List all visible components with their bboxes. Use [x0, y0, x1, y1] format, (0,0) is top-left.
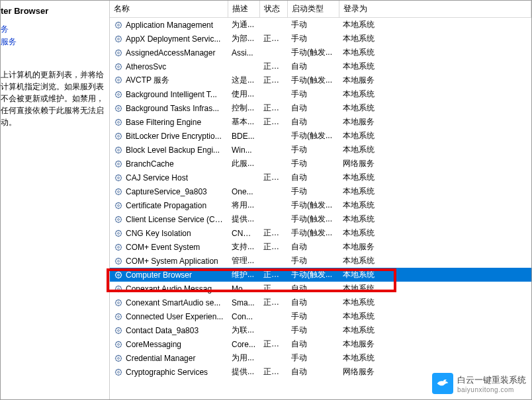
restart-service-link[interactable]: 服务 [1, 36, 104, 48]
cell-name-text: Block Level Backup Engi... [126, 145, 220, 155]
cell-name-text: Certificate Propagation [126, 201, 206, 210]
table-row[interactable]: AppX Deployment Servic...为部...正在...手动本地系… [110, 32, 531, 46]
services-list-pane: 名称 描述 状态 启动类型 登录为 Application Management… [110, 1, 531, 399]
svg-point-5 [118, 52, 120, 54]
table-row[interactable]: AtherosSvc正在...自动本地系统 [110, 60, 531, 73]
table-row[interactable]: Certificate Propagation将用...手动(触发...本地系统 [110, 198, 531, 212]
cell-logon: 本地系统 [339, 18, 531, 32]
details-pane: ter Browser 务 服务 上计算机的更新列表，并将给计算机指定浏览。如果… [1, 1, 110, 399]
table-row[interactable]: AVCTP 服务这是...正在...手动(触发...本地服务 [110, 73, 531, 87]
svg-point-11 [118, 93, 120, 95]
svg-point-27 [118, 204, 120, 206]
col-header-status[interactable]: 状态 [259, 1, 287, 18]
table-header-row: 名称 描述 状态 启动类型 登录为 [110, 1, 531, 18]
service-gear-icon [114, 20, 123, 30]
cell-name: AppX Deployment Servic... [110, 32, 228, 46]
table-row[interactable]: Background Tasks Infras...控制...正在...自动本地… [110, 101, 531, 115]
cell-name-text: Credential Manager [126, 354, 195, 363]
table-row[interactable]: CoreMessagingCore...正在...自动本地服务 [110, 337, 531, 351]
table-row[interactable]: Base Filtering Engine基本...正在...自动本地服务 [110, 115, 531, 129]
col-header-logon[interactable]: 登录为 [339, 1, 531, 18]
cell-logon: 本地系统 [339, 60, 531, 73]
cell-desc: Sma... [228, 296, 259, 309]
cell-start: 手动(触发... [287, 73, 339, 87]
cell-name: BitLocker Drive Encryptio... [110, 129, 228, 143]
cell-name: Client License Service (Cli... [110, 212, 228, 226]
table-row[interactable]: CaptureService_9a803One...手动本地系统 [110, 184, 531, 198]
cell-name: Credential Manager [110, 351, 228, 365]
cell-name-text: Conexant SmartAudio se... [126, 298, 220, 307]
cell-name: AVCTP 服务 [110, 73, 228, 87]
svg-point-1 [118, 24, 120, 26]
cell-status: 正在... [259, 240, 287, 254]
cell-name-text: COM+ System Application [126, 257, 218, 266]
cell-name-text: BitLocker Drive Encryptio... [126, 132, 222, 141]
table-row[interactable]: Computer Browser维护...正在...手动(触发...本地系统 [110, 268, 531, 282]
cell-logon: 本地服务 [339, 115, 531, 129]
cell-logon: 本地系统 [339, 171, 531, 184]
table-row[interactable]: BranchCache此服...手动网络服务 [110, 157, 531, 171]
service-gear-icon [114, 90, 123, 99]
table-row[interactable]: Connected User Experien...Con...手动本地系统 [110, 309, 531, 323]
cell-start: 自动 [287, 60, 339, 73]
table-row[interactable]: COM+ System Application管理...手动本地系统 [110, 254, 531, 268]
table-row[interactable]: Application Management为通...手动本地系统 [110, 18, 531, 32]
cell-name-text: Background Intelligent T... [126, 90, 217, 99]
svg-point-45 [118, 329, 120, 331]
cell-logon: 本地系统 [339, 323, 531, 337]
cell-desc: Mo... [228, 282, 259, 296]
table-row[interactable]: Conexant SmartAudio se...Sma...正在...自动本地… [110, 296, 531, 309]
service-gear-icon [114, 62, 123, 71]
table-row[interactable]: CNG Key IsolationCNG...正在...手动(触发...本地系统 [110, 226, 531, 240]
service-gear-icon [114, 173, 123, 182]
cell-desc: BDE... [228, 129, 259, 143]
col-header-desc[interactable]: 描述 [228, 1, 259, 18]
table-row[interactable]: CAJ Service Host正在...自动本地系统 [110, 171, 531, 184]
cell-desc: 此服... [228, 157, 259, 171]
table-row[interactable]: Credential Manager为用...手动本地系统 [110, 351, 531, 365]
watermark: 白云一键重装系统 baiyunxitong.com [432, 373, 526, 394]
cell-status: 正在... [259, 32, 287, 46]
cell-name: Certificate Propagation [110, 198, 228, 212]
cell-desc: 维护... [228, 268, 259, 282]
cell-name: COM+ Event System [110, 240, 228, 254]
svg-point-33 [118, 246, 120, 248]
cell-logon: 本地系统 [339, 226, 531, 240]
service-description: 上计算机的更新列表，并将给计算机指定浏览。如果服列表不会被更新或维护。如禁用，任… [1, 69, 104, 128]
cell-name: Conexant SmartAudio se... [110, 296, 228, 309]
service-gear-icon [114, 354, 123, 363]
cell-logon: 本地系统 [339, 282, 531, 296]
stop-service-link[interactable]: 务 [1, 24, 104, 35]
cell-name: Base Filtering Engine [110, 115, 228, 129]
cell-start: 手动 [287, 32, 339, 46]
table-row[interactable]: Conexant Audio Messag...Mo...正在...自动本地系统 [110, 282, 531, 296]
cell-desc: Con... [228, 309, 259, 323]
table-row[interactable]: Block Level Backup Engi...Win...手动本地系统 [110, 143, 531, 157]
svg-point-31 [118, 232, 120, 234]
col-header-start[interactable]: 启动类型 [287, 1, 339, 18]
cell-name: COM+ System Application [110, 254, 228, 268]
cell-logon: 本地系统 [339, 46, 531, 60]
cell-name: Background Intelligent T... [110, 87, 228, 101]
table-row[interactable]: Client License Service (Cli...提供...手动(触发… [110, 212, 531, 226]
table-row[interactable]: BitLocker Drive Encryptio...BDE...手动(触发.… [110, 129, 531, 143]
cell-logon: 本地系统 [339, 87, 531, 101]
cell-name-text: AVCTP 服务 [126, 75, 169, 85]
cell-name-text: Contact Data_9a803 [126, 326, 199, 335]
cell-desc: Win... [228, 143, 259, 157]
service-gear-icon [114, 284, 123, 294]
table-row[interactable]: Background Intelligent T...使用...手动本地系统 [110, 87, 531, 101]
watermark-text-en: baiyunxitong.com [457, 386, 526, 393]
svg-point-29 [118, 218, 120, 220]
cell-logon: 本地系统 [339, 254, 531, 268]
cell-desc: CNG... [228, 226, 259, 240]
cell-status: 正在... [259, 73, 287, 87]
services-table[interactable]: 名称 描述 状态 启动类型 登录为 Application Management… [110, 1, 531, 379]
table-row[interactable]: AssignedAccessManagerAssi...手动(触发...本地系统 [110, 46, 531, 60]
cell-name: BranchCache [110, 157, 228, 171]
table-row[interactable]: Contact Data_9a803为联...手动本地系统 [110, 323, 531, 337]
cell-start: 手动(触发... [287, 226, 339, 240]
col-header-name[interactable]: 名称 [110, 1, 228, 18]
table-row[interactable]: COM+ Event System支持...正在...自动本地服务 [110, 240, 531, 254]
service-gear-icon [114, 34, 123, 44]
